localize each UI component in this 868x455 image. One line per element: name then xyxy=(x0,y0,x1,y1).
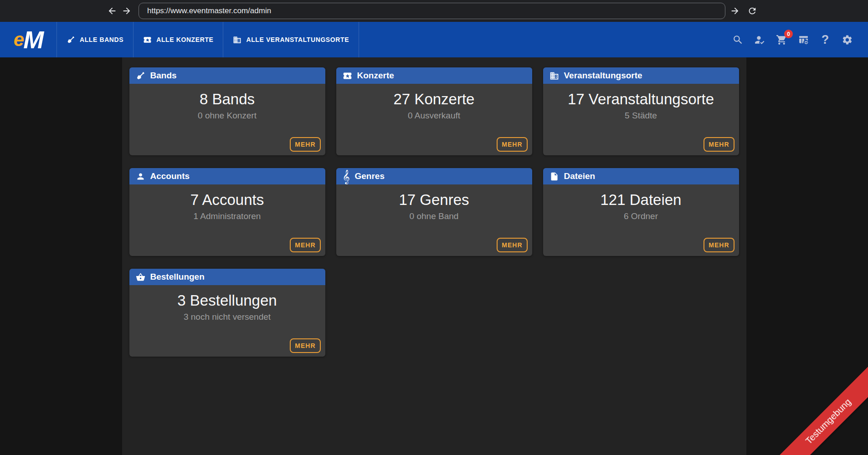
cart-count-badge: 0 xyxy=(784,30,793,38)
cart-action[interactable]: 0 xyxy=(770,29,792,51)
card-genres: 𝄞 Genres 17 Genres 0 ohne Band MEHR xyxy=(336,168,532,256)
url-input[interactable] xyxy=(139,3,725,19)
user-check-icon xyxy=(754,34,765,46)
card-header: Dateien xyxy=(543,168,739,184)
card-subtitle: 3 noch nicht versendet xyxy=(184,312,271,322)
card-title: Konzerte xyxy=(357,71,394,81)
card-footer: MEHR xyxy=(704,137,739,155)
card-subtitle: 6 Ordner xyxy=(624,211,658,221)
card-title: Dateien xyxy=(564,171,596,181)
card-stat: 27 Konzerte xyxy=(394,90,475,108)
guitar-icon xyxy=(136,71,145,81)
card-stat: 7 Accounts xyxy=(190,190,264,209)
search-icon xyxy=(732,34,744,46)
card-subtitle: 1 Administratoren xyxy=(194,211,261,221)
card-footer: MEHR xyxy=(290,238,325,256)
browser-back-button[interactable] xyxy=(105,4,119,18)
ticket-icon xyxy=(343,71,352,81)
logo-letter-e: e xyxy=(14,30,23,49)
card-body: 8 Bands 0 ohne Konzert MEHR xyxy=(129,84,325,155)
card-body: 27 Konzerte 0 Ausverkauft MEHR xyxy=(336,84,532,155)
card-title: Accounts xyxy=(150,171,190,181)
more-button[interactable]: MEHR xyxy=(290,238,320,252)
card-stat: 8 Bands xyxy=(200,90,255,108)
card-stat: 17 Genres xyxy=(399,190,469,209)
card-subtitle: 0 ohne Band xyxy=(410,211,459,221)
card-header: 𝄞 Genres xyxy=(336,168,532,184)
card-body: 7 Accounts 1 Administratoren MEHR xyxy=(129,184,325,256)
table-settings-icon xyxy=(798,34,809,46)
browser-bar xyxy=(0,0,868,22)
card-title: Veranstaltungsorte xyxy=(564,71,642,81)
url-go-button[interactable] xyxy=(727,3,743,19)
card-header: Accounts xyxy=(129,168,325,184)
card-veranstaltungsorte: Veranstaltungsorte 17 Veranstaltungsorte… xyxy=(543,67,739,155)
card-footer: MEHR xyxy=(290,338,325,357)
go-arrow-icon xyxy=(730,6,740,16)
ticket-icon xyxy=(143,36,152,44)
app-logo[interactable]: eM xyxy=(0,22,56,57)
card-subtitle: 0 ohne Konzert xyxy=(198,111,257,121)
browser-forward-button[interactable] xyxy=(119,4,134,18)
card-stat: 121 Dateien xyxy=(601,190,682,209)
file-icon xyxy=(550,172,559,181)
card-bestellungen: Bestellungen 3 Bestellungen 3 noch nicht… xyxy=(129,269,325,357)
treble-clef-icon: 𝄞 xyxy=(343,172,350,181)
settings-icon xyxy=(842,34,853,46)
card-stat: 17 Veranstaltungsorte xyxy=(568,90,714,108)
search-action[interactable] xyxy=(727,29,749,51)
card-footer: MEHR xyxy=(704,238,739,256)
nav-actions: 0 ? xyxy=(727,22,868,57)
card-subtitle: 0 Ausverkauft xyxy=(408,111,460,121)
card-accounts: Accounts 7 Accounts 1 Administratoren ME… xyxy=(129,168,325,256)
card-title: Genres xyxy=(354,171,384,181)
nav-tab-alle-konzerte[interactable]: ALLE KONZERTE xyxy=(133,22,223,57)
more-button[interactable]: MEHR xyxy=(497,238,527,252)
help-icon: ? xyxy=(822,33,829,47)
user-check-action[interactable] xyxy=(749,29,770,51)
card-footer: MEHR xyxy=(497,137,532,155)
card-header: Konzerte xyxy=(336,67,532,84)
nav-spacer xyxy=(359,22,727,57)
nav-tab-label: ALLE VERANSTALTUNGSORTE xyxy=(246,36,349,43)
nav-tab-alle-veranstaltungsorte[interactable]: ALLE VERANSTALTUNGSORTE xyxy=(223,22,359,57)
card-stat: 3 Bestellungen xyxy=(177,291,277,310)
arrow-back-icon xyxy=(107,6,117,16)
more-button[interactable]: MEHR xyxy=(497,137,527,152)
card-header: Veranstaltungsorte xyxy=(543,67,739,84)
more-button[interactable]: MEHR xyxy=(290,137,320,152)
nav-tab-label: ALLE BANDS xyxy=(80,36,123,43)
dashboard-card-grid: Bands 8 Bands 0 ohne Konzert MEHR Konzer… xyxy=(129,67,739,357)
app-navbar: eM ALLE BANDS ALLE KONZERTE ALLE VERANST… xyxy=(0,22,868,57)
card-subtitle: 5 Städte xyxy=(625,111,657,121)
table-settings-action[interactable] xyxy=(792,29,814,51)
building-icon xyxy=(550,71,559,81)
card-title: Bestellungen xyxy=(150,272,205,282)
basket-icon xyxy=(136,272,145,282)
nav-tab-label: ALLE KONZERTE xyxy=(156,36,213,43)
settings-action[interactable] xyxy=(836,29,858,51)
card-body: 3 Bestellungen 3 noch nicht versendet ME… xyxy=(129,285,325,357)
card-dateien: Dateien 121 Dateien 6 Ordner MEHR xyxy=(543,168,739,256)
help-action[interactable]: ? xyxy=(814,29,836,51)
card-bands: Bands 8 Bands 0 ohne Konzert MEHR xyxy=(129,67,325,155)
card-body: 17 Genres 0 ohne Band MEHR xyxy=(336,184,532,256)
refresh-icon xyxy=(747,6,757,16)
page-background: Bands 8 Bands 0 ohne Konzert MEHR Konzer… xyxy=(0,57,868,455)
more-button[interactable]: MEHR xyxy=(290,338,320,353)
reload-button[interactable] xyxy=(745,3,760,19)
more-button[interactable]: MEHR xyxy=(704,238,734,252)
card-footer: MEHR xyxy=(290,137,325,155)
card-title: Bands xyxy=(150,71,177,81)
guitar-icon xyxy=(67,36,75,44)
content-container: Bands 8 Bands 0 ohne Konzert MEHR Konzer… xyxy=(122,57,746,455)
card-header: Bands xyxy=(129,67,325,84)
card-footer: MEHR xyxy=(497,238,532,256)
arrow-forward-icon xyxy=(122,6,132,16)
nav-tab-alle-bands[interactable]: ALLE BANDS xyxy=(56,22,133,57)
card-body: 121 Dateien 6 Ordner MEHR xyxy=(543,184,739,256)
more-button[interactable]: MEHR xyxy=(704,137,734,152)
nav-tabs: ALLE BANDS ALLE KONZERTE ALLE VERANSTALT… xyxy=(56,22,359,57)
building-icon xyxy=(233,36,241,44)
person-icon xyxy=(136,172,145,181)
